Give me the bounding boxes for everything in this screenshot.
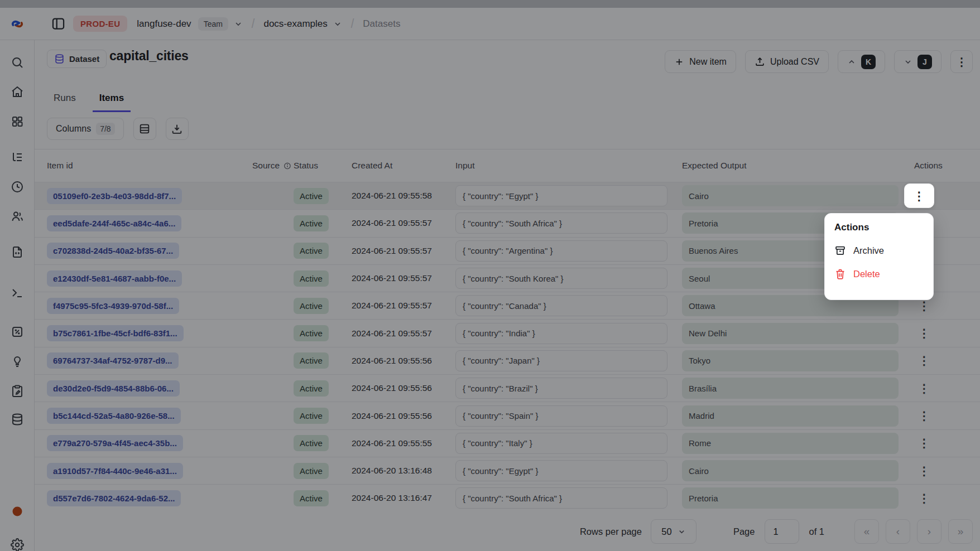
popup-title: Actions	[834, 222, 924, 233]
app-root: PROD-EU langfuse-dev Team / docs-example…	[0, 0, 980, 551]
menu-item-delete-label: Delete	[853, 269, 880, 279]
menu-item-archive[interactable]: Archive	[834, 245, 924, 257]
actions-popup-menu: Actions Archive Delete	[824, 213, 934, 300]
row-actions-trigger-active[interactable]: ⋮	[904, 183, 934, 208]
kebab-vertical-icon: ⋮	[914, 190, 925, 202]
trash-icon	[834, 268, 846, 280]
menu-item-delete[interactable]: Delete	[834, 268, 924, 280]
archive-icon	[834, 245, 846, 257]
menu-item-archive-label: Archive	[853, 245, 884, 256]
